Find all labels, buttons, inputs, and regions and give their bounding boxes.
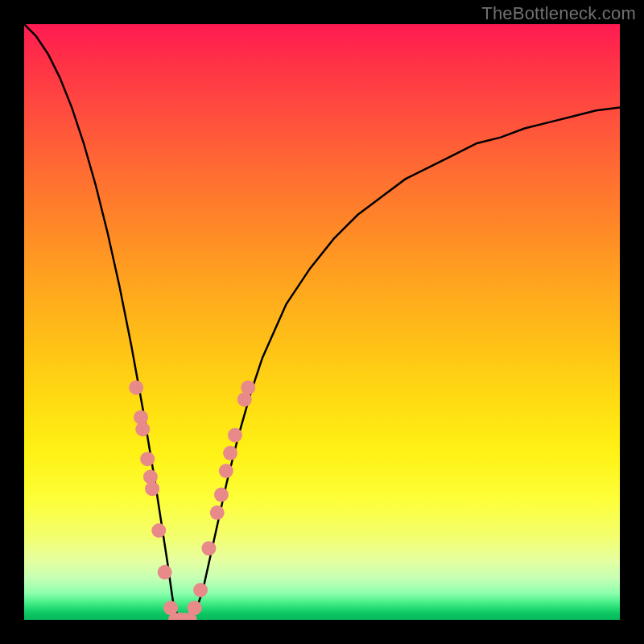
marker-left <box>158 565 172 580</box>
marker-left <box>129 380 143 394</box>
marker-right <box>228 428 242 443</box>
watermark-text: TheBottleneck.com <box>481 3 636 24</box>
marker-right <box>193 583 208 597</box>
bottleneck-curve <box>24 24 620 620</box>
marker-right <box>223 446 237 460</box>
marker-right <box>241 380 255 394</box>
marker-left <box>135 422 150 436</box>
marker-left <box>145 481 159 496</box>
marker-left <box>140 452 155 466</box>
data-markers <box>129 380 255 620</box>
plot-area <box>24 24 620 620</box>
chart-frame: TheBottleneck.com <box>0 0 644 644</box>
marker-right <box>219 464 233 478</box>
marker-right <box>214 488 229 502</box>
marker-right <box>210 506 225 520</box>
curve-layer <box>24 24 620 620</box>
marker-left <box>151 523 166 538</box>
marker-right <box>201 541 216 555</box>
